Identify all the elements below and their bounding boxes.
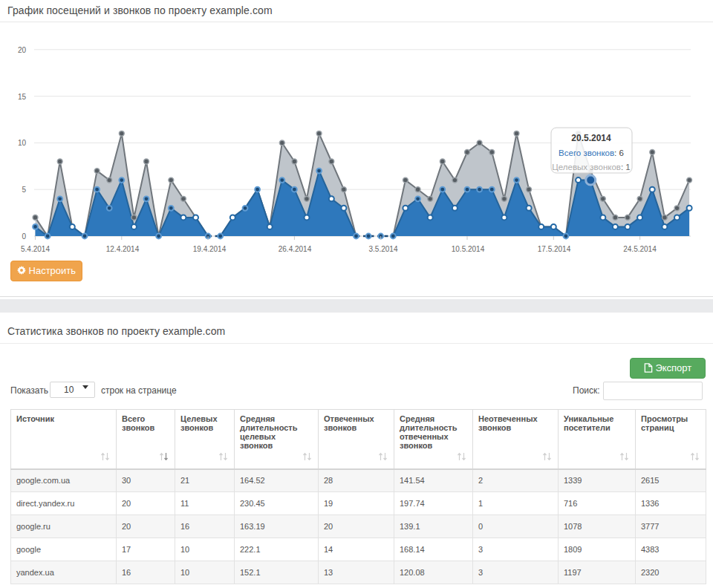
svg-text:12.4.2014: 12.4.2014 (106, 245, 140, 253)
svg-text:24.5.2014: 24.5.2014 (623, 245, 657, 253)
svg-text:Целевых звонков: 1: Целевых звонков: 1 (552, 163, 630, 172)
svg-text:0: 0 (22, 232, 26, 241)
svg-text:10: 10 (18, 139, 27, 147)
svg-text:Всего звонков: 6: Всего звонков: 6 (559, 148, 624, 157)
svg-text:3.5.2014: 3.5.2014 (369, 245, 398, 253)
svg-text:20.5.2014: 20.5.2014 (571, 133, 611, 143)
svg-text:19.4.2014: 19.4.2014 (193, 245, 227, 253)
svg-text:15: 15 (18, 93, 27, 101)
svg-text:26.4.2014: 26.4.2014 (279, 245, 312, 253)
svg-text:5.4.2014: 5.4.2014 (21, 245, 50, 253)
svg-text:5: 5 (22, 186, 26, 194)
svg-text:20: 20 (18, 46, 27, 54)
svg-text:17.5.2014: 17.5.2014 (538, 245, 571, 253)
svg-text:10.5.2014: 10.5.2014 (452, 245, 485, 253)
